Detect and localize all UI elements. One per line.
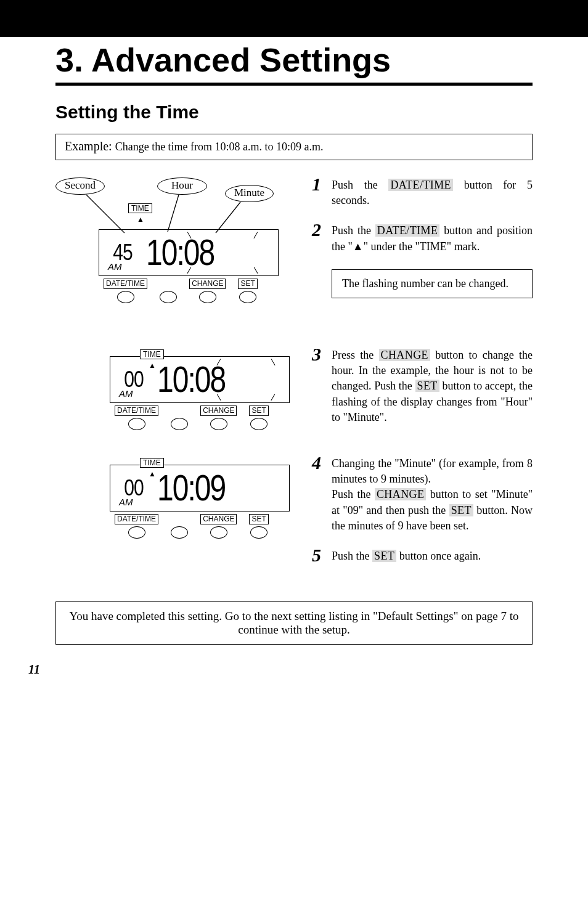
lcd-clock: 10:08 — [146, 234, 214, 271]
step-number: 3 — [312, 345, 329, 364]
inline-button-label: DATE/TIME — [375, 224, 440, 237]
triangle-up-icon: ▲ — [353, 239, 364, 255]
callout-hour: Hour — [157, 177, 207, 195]
lcd-ampm: AM — [119, 497, 133, 507]
step-4: 4 Changing the "Minute" (for example, fr… — [312, 456, 533, 534]
note-box: The flashing number can be changed. — [332, 269, 533, 298]
button-icon — [239, 291, 256, 303]
button-icon — [171, 526, 188, 539]
device-button-label: CHANGE — [200, 514, 237, 524]
device-button-label: DATE/TIME — [115, 406, 158, 416]
button-icon — [250, 526, 267, 539]
segment-tick — [271, 394, 275, 401]
inline-button-label: CHANGE — [379, 349, 430, 361]
device-button-row: DATE/TIME . CHANGE SET — [110, 512, 290, 545]
device-button-row: DATE/TIME . CHANGE SET — [99, 276, 279, 309]
step-3: 3 Press the CHANGE button to change the … — [312, 348, 533, 425]
inline-button-label: CHANGE — [375, 488, 426, 500]
device-button-set: SET — [238, 279, 257, 303]
chapter-title: 3. Advanced Settings — [55, 41, 533, 86]
conclusion-box: You have completed this setting. Go to t… — [55, 601, 533, 645]
button-icon — [210, 526, 227, 539]
device-button-label: SET — [238, 279, 257, 289]
step-text: Push the DATE/TIME button for 5 seconds. — [332, 177, 533, 208]
figure-3: TIME ▲ 00 10:09 AM DATE/TIME . CHANGE SE… — [110, 456, 290, 582]
button-icon — [128, 418, 145, 430]
button-icon — [199, 291, 216, 303]
device-button-datetime: DATE/TIME — [104, 279, 147, 303]
callout-minute: Minute — [225, 185, 274, 202]
device-button-label: CHANGE — [189, 279, 226, 289]
button-icon — [171, 418, 188, 430]
device-button-blank: . — [160, 279, 177, 303]
inline-button-label: SET — [449, 504, 473, 516]
step-number: 1 — [312, 175, 329, 194]
device-button-label: SET — [249, 514, 268, 524]
example-body: Change the time from 10:08 a.m. to 10:09… — [115, 141, 324, 153]
button-icon — [210, 418, 227, 430]
figure-2: TIME ▲ 00 10:08 AM DATE/TIME . C — [110, 348, 290, 440]
step-text: Push the SET button once again. — [332, 548, 533, 564]
lcd-clock: 10:08 — [157, 361, 225, 398]
lcd-ampm: AM — [108, 261, 122, 272]
step-text: Press the CHANGE button to change the ho… — [332, 348, 533, 425]
device-button-label: CHANGE — [200, 406, 237, 416]
step-1: 1 Push the DATE/TIME button for 5 second… — [312, 177, 533, 208]
inline-button-label: SET — [415, 380, 439, 392]
step-number: 4 — [312, 454, 329, 472]
step-number: 5 — [312, 546, 329, 565]
device-button-change: CHANGE — [189, 279, 226, 303]
lcd-clock-value: 10:08 — [146, 232, 214, 272]
button-icon — [128, 526, 145, 539]
step-text: Changing the "Minute" (for example, from… — [332, 456, 533, 534]
inline-button-label: SET — [372, 550, 396, 562]
button-icon — [250, 418, 267, 430]
device-button-label: SET — [249, 406, 268, 416]
button-icon — [117, 291, 134, 303]
segment-tick — [253, 267, 258, 274]
step-2: 2 Push the DATE/TIME button and position… — [312, 223, 533, 254]
segment-tick — [253, 232, 258, 238]
device-button-label: DATE/TIME — [104, 279, 147, 289]
lcd-pointer-icon: ▲ — [137, 215, 144, 224]
button-icon — [160, 291, 177, 303]
inline-button-label: DATE/TIME — [388, 179, 453, 191]
top-black-bar — [0, 0, 588, 37]
figure-1: Second Hour Minute TIME ▲ 45 — [55, 177, 290, 332]
step-5: 5 Push the SET button once again. — [312, 548, 533, 567]
example-box: Example: Change the time from 10:08 a.m.… — [55, 134, 533, 160]
segment-tick — [271, 359, 275, 365]
step-number: 2 — [312, 221, 329, 239]
example-lead: Example: — [65, 139, 115, 153]
callout-second: Second — [55, 177, 105, 195]
device-button-label: DATE/TIME — [115, 514, 158, 524]
section-subtitle: Setting the Time — [55, 102, 533, 123]
page-number: 11 — [28, 662, 40, 677]
step-text: Push the DATE/TIME button and position t… — [332, 223, 533, 254]
device-button-row: DATE/TIME . CHANGE SET — [110, 403, 290, 436]
lcd-ampm: AM — [119, 388, 133, 399]
lcd-time-label: TIME — [128, 203, 152, 213]
lcd-clock: 10:09 — [157, 470, 225, 507]
